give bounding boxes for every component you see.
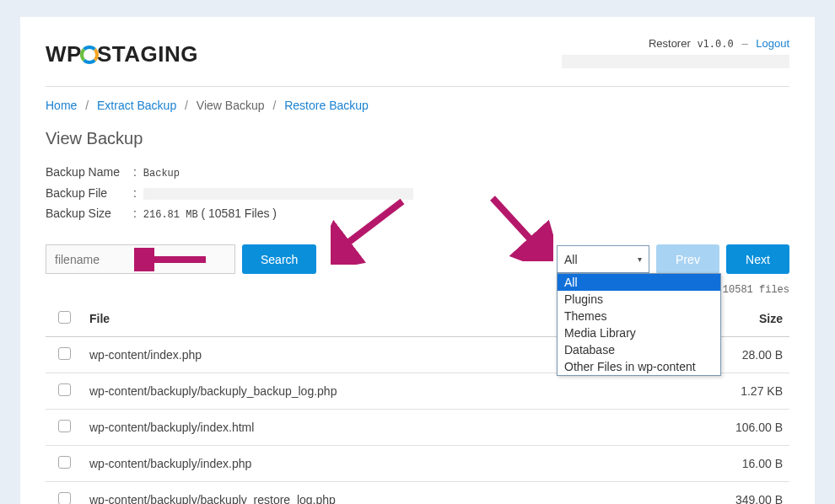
page-title: View Backup bbox=[46, 129, 789, 148]
breadcrumb: Home / Extract Backup / View Backup / Re… bbox=[46, 99, 789, 112]
breadcrumb-extract[interactable]: Extract Backup bbox=[97, 99, 176, 112]
meta-backup-file: Backup File: bbox=[46, 186, 789, 200]
filter-selected-value: All bbox=[564, 253, 578, 266]
filter-option-plugins[interactable]: Plugins bbox=[558, 291, 720, 308]
breadcrumb-home[interactable]: Home bbox=[46, 99, 77, 112]
table-row: wp-content/backuply/index.php 16.00 B bbox=[46, 446, 789, 482]
breadcrumb-restore[interactable]: Restore Backup bbox=[284, 99, 369, 112]
table-row: wp-content/backuply/index.html 106.00 B bbox=[46, 410, 789, 446]
select-all-checkbox[interactable] bbox=[58, 311, 71, 324]
meta-backup-name: Backup Name: Backup bbox=[46, 165, 789, 180]
annotation-arrow-filter bbox=[486, 194, 553, 261]
chevron-down-icon: ▾ bbox=[638, 255, 642, 264]
masked-hostinfo bbox=[562, 55, 789, 68]
logout-link[interactable]: Logout bbox=[756, 37, 789, 50]
svg-line-2 bbox=[493, 198, 538, 248]
search-button[interactable]: Search bbox=[242, 244, 316, 274]
file-size: 106.00 B bbox=[697, 410, 789, 446]
file-path: wp-content/backuply/backuply_backup_log.… bbox=[83, 373, 697, 410]
row-checkbox[interactable] bbox=[58, 492, 71, 504]
filter-option-themes[interactable]: Themes bbox=[558, 308, 720, 324]
meta-backup-size: Backup Size: 216.81 MB ( 10581 Files ) bbox=[46, 206, 789, 221]
logo: WPSTAGING bbox=[46, 41, 198, 67]
version-line: Restorer v1.0.0 – Logout bbox=[562, 37, 789, 50]
filter-dropdown-menu: All Plugins Themes Media Library Databas… bbox=[557, 273, 721, 376]
row-checkbox[interactable] bbox=[58, 456, 71, 469]
refresh-icon bbox=[80, 46, 99, 64]
filter-option-database[interactable]: Database bbox=[558, 341, 720, 358]
prev-button[interactable]: Prev bbox=[656, 244, 719, 274]
breadcrumb-view: View Backup bbox=[197, 99, 265, 112]
next-button[interactable]: Next bbox=[726, 244, 789, 274]
filter-option-all[interactable]: All bbox=[558, 274, 720, 291]
row-checkbox[interactable] bbox=[58, 420, 71, 432]
file-path: wp-content/backuply/index.php bbox=[83, 446, 697, 482]
filter-dropdown[interactable]: All ▾ bbox=[557, 245, 649, 273]
row-checkbox[interactable] bbox=[58, 347, 71, 360]
filter-option-media[interactable]: Media Library bbox=[558, 324, 720, 341]
file-path: wp-content/backuply/backuply_restore_log… bbox=[83, 482, 697, 504]
file-path: wp-content/backuply/index.html bbox=[83, 410, 697, 446]
file-size: 16.00 B bbox=[697, 446, 789, 482]
filter-option-other[interactable]: Other Files in wp-content bbox=[558, 358, 720, 375]
search-input[interactable] bbox=[46, 244, 235, 274]
file-size: 349.00 B bbox=[697, 482, 789, 504]
row-checkbox[interactable] bbox=[58, 383, 71, 396]
masked-filename bbox=[143, 188, 413, 200]
file-size: 1.27 KB bbox=[697, 373, 789, 410]
table-row: wp-content/backuply/backuply_restore_log… bbox=[46, 482, 789, 504]
table-row: wp-content/backuply/backuply_backup_log.… bbox=[46, 373, 789, 410]
